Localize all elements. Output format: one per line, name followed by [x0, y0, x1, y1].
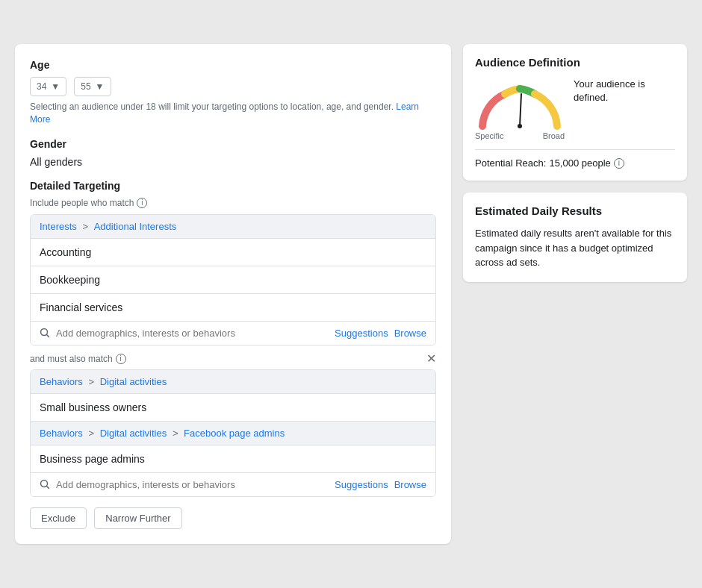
exclude-button[interactable]: Exclude	[30, 507, 87, 529]
breadcrumb-2: Behaviors > Digital activities	[31, 370, 435, 393]
age-to-select[interactable]: 55 ▼	[74, 77, 111, 96]
tag-financial-services: Financial services	[31, 293, 435, 321]
digital-activities-link-2[interactable]: Digital activities	[100, 428, 167, 439]
left-panel: Age 34 ▼ 55 ▼ Selecting an audience unde…	[15, 44, 451, 544]
interests-link[interactable]: Interests	[40, 221, 77, 232]
search-actions-1: Suggestions Browse	[335, 328, 426, 339]
suggestions-button-2[interactable]: Suggestions	[335, 479, 388, 490]
tag-bookkeeping: Bookkeeping	[31, 266, 435, 293]
estimated-results-text: Estimated daily results aren't available…	[475, 226, 675, 270]
tag-small-business: Small business owners	[31, 393, 435, 421]
age-from-select[interactable]: 34 ▼	[30, 77, 66, 96]
search-row-2: Suggestions Browse	[31, 472, 435, 496]
detailed-targeting-section: Detailed Targeting Include people who ma…	[30, 180, 436, 497]
must-match-label: and must also match	[30, 354, 113, 364]
tag-business-page-admins: Business page admins	[31, 445, 435, 472]
right-panel: Audience Definition	[463, 44, 687, 544]
age-heading: Age	[30, 59, 436, 71]
gauge-wrapper: Specific Broad	[475, 78, 565, 140]
gauge-chart	[475, 78, 565, 130]
age-warning: Selecting an audience under 18 will limi…	[30, 101, 436, 126]
divider	[475, 149, 675, 150]
search-row-1: Suggestions Browse	[31, 321, 435, 345]
audience-defined-text: Your audience is defined.	[574, 78, 675, 104]
targeting-box-2: Behaviors > Digital activities Small bus…	[30, 369, 436, 497]
search-input-2[interactable]	[56, 479, 329, 490]
gauge-labels: Specific Broad	[475, 131, 565, 140]
estimated-results-title: Estimated Daily Results	[475, 204, 675, 217]
additional-interests-link[interactable]: Additional Interests	[94, 221, 177, 232]
browse-button-1[interactable]: Browse	[394, 328, 426, 339]
gender-title: Gender	[30, 138, 436, 150]
search-input-1[interactable]	[56, 328, 329, 339]
gauge-specific-label: Specific	[475, 131, 504, 140]
age-from-value: 34	[37, 81, 46, 92]
breadcrumb-1: Interests > Additional Interests	[31, 215, 435, 238]
info-icon-reach[interactable]: i	[614, 158, 624, 169]
audience-definition-card: Audience Definition	[463, 44, 687, 181]
info-icon-must-match[interactable]: i	[116, 354, 126, 364]
gauge-broad-label: Broad	[543, 131, 565, 140]
bottom-buttons: Exclude Narrow Further	[30, 507, 436, 529]
age-row: 34 ▼ 55 ▼	[30, 77, 436, 96]
close-must-match-button[interactable]: ✕	[426, 353, 436, 365]
chevron-down-icon: ▼	[51, 81, 60, 92]
narrow-further-button[interactable]: Narrow Further	[94, 507, 181, 529]
targeting-box-1: Interests > Additional Interests Account…	[30, 214, 436, 345]
breadcrumb-3: Behaviors > Digital activities > Faceboo…	[31, 421, 435, 445]
suggestions-button-1[interactable]: Suggestions	[335, 328, 388, 339]
digital-activities-link-1[interactable]: Digital activities	[100, 376, 167, 387]
search-icon-2	[40, 479, 50, 490]
svg-line-4	[520, 94, 521, 126]
browse-button-2[interactable]: Browse	[394, 479, 426, 490]
age-to-value: 55	[81, 81, 90, 92]
must-match-row: and must also match i ✕	[30, 353, 436, 365]
info-icon[interactable]: i	[137, 198, 147, 208]
gender-value: All genders	[30, 156, 436, 168]
gauge-container: Specific Broad Your audience is defined.	[475, 78, 675, 140]
audience-definition-title: Audience Definition	[475, 56, 675, 69]
detailed-targeting-title: Detailed Targeting	[30, 180, 436, 192]
behaviors-link-2[interactable]: Behaviors	[40, 428, 83, 439]
include-label: Include people who match i	[30, 198, 436, 208]
estimated-results-card: Estimated Daily Results Estimated daily …	[463, 193, 687, 282]
search-actions-2: Suggestions Browse	[335, 479, 426, 490]
svg-point-5	[518, 124, 522, 128]
gender-section: Gender All genders	[30, 138, 436, 168]
chevron-down-icon: ▼	[96, 81, 105, 92]
svg-line-3	[47, 487, 49, 489]
potential-reach-value: 15,000 people	[549, 157, 610, 169]
behaviors-link-1[interactable]: Behaviors	[40, 376, 83, 387]
svg-line-1	[47, 335, 49, 337]
potential-reach-label: Potential Reach:	[475, 157, 546, 169]
search-icon	[40, 328, 50, 338]
tag-accounting: Accounting	[31, 238, 435, 266]
fb-page-admins-link[interactable]: Facebook page admins	[184, 428, 285, 439]
potential-reach: Potential Reach: 15,000 people i	[475, 157, 675, 169]
